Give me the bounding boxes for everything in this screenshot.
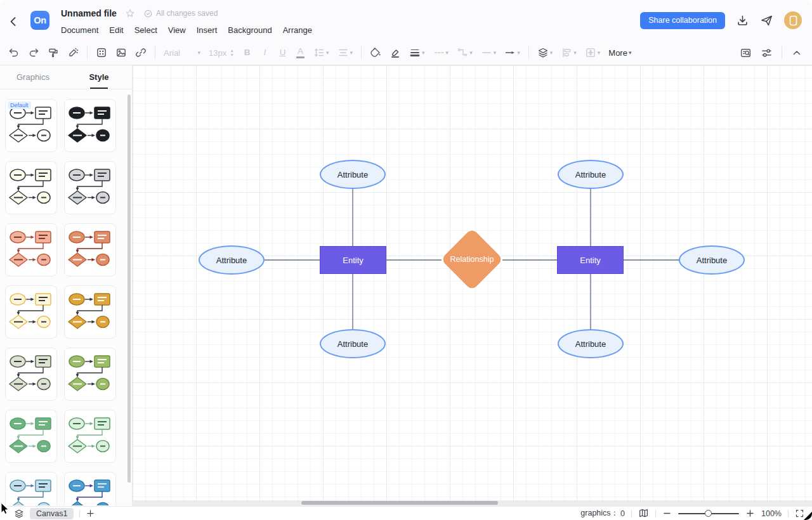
node-label: Attribute	[575, 170, 606, 179]
attribute-node[interactable]: Attribute	[558, 160, 624, 189]
style-preview	[68, 167, 112, 208]
font-family-select[interactable]: Arial▾	[162, 46, 202, 60]
font-color-button[interactable]: A	[294, 45, 307, 60]
underline-button[interactable]: U	[276, 46, 289, 59]
bold-button[interactable]: B	[240, 46, 254, 59]
relationship-node[interactable]: Relationship	[440, 228, 504, 291]
statusbar-divider	[631, 510, 632, 517]
menu-item-background[interactable]: Background	[228, 25, 272, 35]
collapse-toolbar-button[interactable]	[789, 45, 804, 60]
publish-button[interactable]	[760, 14, 773, 27]
line-dash-style-button[interactable]: ▾	[431, 45, 451, 60]
style-card-green-pale[interactable]	[64, 410, 116, 463]
layer-order-button[interactable]: ▾	[535, 45, 555, 60]
statusbar-divider	[655, 510, 656, 517]
more-button[interactable]: More▾	[606, 46, 633, 60]
line-end-arrow-button[interactable]: ▾	[502, 45, 522, 60]
auto-size-button[interactable]: ▾	[583, 45, 603, 60]
attribute-node[interactable]: Attribute	[679, 245, 745, 275]
menu-item-insert[interactable]: Insert	[197, 25, 218, 35]
find-replace-button[interactable]	[738, 45, 754, 61]
redo-button[interactable]	[26, 45, 41, 60]
style-card-green-solid[interactable]	[5, 410, 57, 463]
style-card-sage[interactable]	[5, 348, 57, 401]
attribute-node[interactable]: Attribute	[320, 160, 386, 189]
text-align-button[interactable]: ▾	[336, 45, 355, 60]
layers-icon	[537, 47, 549, 58]
style-card-blue[interactable]	[64, 472, 116, 505]
style-card-salmon-light[interactable]	[5, 223, 57, 276]
zoom-slider[interactable]	[678, 510, 739, 517]
minus-icon	[662, 509, 672, 518]
line-weight-button[interactable]: ▾	[407, 45, 427, 60]
style-card-blue-light[interactable]	[5, 472, 57, 505]
favorite-star-icon[interactable]	[125, 8, 135, 18]
entity-node[interactable]: Entity	[557, 246, 624, 274]
line-height-button[interactable]: ▾	[311, 45, 331, 60]
undo-button[interactable]	[6, 45, 22, 60]
menu-item-document[interactable]: Document	[61, 25, 98, 35]
italic-glyph: I	[260, 48, 270, 57]
node-label: Attribute	[697, 256, 727, 265]
align-objects-button[interactable]: ▾	[559, 45, 579, 60]
zoom-out-button[interactable]	[662, 509, 672, 518]
document-title[interactable]: Unnamed file	[61, 8, 117, 18]
download-button[interactable]	[736, 14, 749, 27]
canvas-hscrollbar-thumb[interactable]	[301, 501, 498, 505]
user-avatar[interactable]	[784, 11, 802, 29]
attribute-node[interactable]: Attribute	[199, 245, 265, 275]
tab-graphics[interactable]: Graphics	[0, 65, 66, 89]
attribute-node[interactable]: Attribute	[558, 329, 624, 358]
fill-color-button[interactable]	[368, 45, 383, 60]
zoom-in-button[interactable]	[745, 509, 755, 518]
style-card-black[interactable]	[64, 99, 116, 152]
clear-format-button[interactable]	[65, 45, 81, 60]
insert-shape-library-button[interactable]	[94, 45, 109, 60]
menu-item-arrange[interactable]: Arrange	[283, 25, 312, 35]
zoom-slider-knob[interactable]	[705, 510, 712, 517]
style-card-yellow-light[interactable]	[5, 285, 57, 339]
style-card-salmon[interactable]	[64, 223, 116, 276]
italic-button[interactable]: I	[258, 46, 272, 59]
save-status-text: All changes saved	[156, 9, 218, 18]
style-card-green[interactable]	[64, 348, 116, 401]
app-logo[interactable]: On	[30, 11, 49, 30]
add-canvas-button[interactable]	[86, 509, 95, 518]
align-objects-icon	[561, 47, 572, 58]
diagram-canvas[interactable]: AttributeAttributeAttributeEntityRelatio…	[133, 65, 812, 506]
style-card-gold[interactable]	[64, 285, 116, 339]
line-color-button[interactable]	[388, 45, 403, 60]
image-icon	[115, 47, 127, 58]
graphics-counter: graphics： 0	[580, 508, 625, 519]
insert-image-button[interactable]	[114, 45, 129, 60]
style-card-cream[interactable]	[5, 161, 57, 214]
insert-link-button[interactable]	[133, 45, 148, 60]
menu-item-select[interactable]: Select	[134, 25, 157, 35]
minimap-button[interactable]	[638, 508, 649, 519]
menu-item-edit[interactable]: Edit	[109, 25, 123, 35]
font-family-value: Arial	[164, 48, 180, 58]
connector-type-button[interactable]: ▾	[455, 45, 475, 60]
share-collaboration-button[interactable]: Share collaboration	[640, 12, 725, 29]
menu-item-view[interactable]: View	[168, 25, 186, 35]
toolbar-separator	[782, 46, 782, 59]
view-settings-button[interactable]	[759, 45, 775, 61]
attribute-node[interactable]: Attribute	[320, 329, 386, 358]
style-card-gray[interactable]	[64, 161, 116, 214]
format-painter-button[interactable]	[46, 45, 61, 60]
font-size-value: 13px	[209, 48, 226, 58]
entity-node[interactable]: Entity	[320, 246, 386, 274]
back-button[interactable]	[8, 15, 20, 28]
line-start-button[interactable]: ▾	[479, 45, 499, 60]
bold-glyph: B	[242, 48, 252, 57]
canvas-tab[interactable]: Canvas1	[30, 508, 74, 519]
style-card-default[interactable]: Default	[5, 99, 57, 152]
zoom-level-value[interactable]: 100%	[761, 509, 782, 518]
canvas-hscrollbar-track[interactable]	[133, 500, 812, 506]
panel-scrollbar[interactable]	[128, 94, 131, 483]
tab-style[interactable]: Style	[66, 65, 132, 89]
font-size-stepper[interactable]: 13px▲▼	[207, 46, 236, 60]
chevron-down-icon: ▾	[494, 50, 497, 56]
fullscreen-button[interactable]	[795, 509, 804, 518]
pages-list-button[interactable]	[14, 509, 24, 519]
